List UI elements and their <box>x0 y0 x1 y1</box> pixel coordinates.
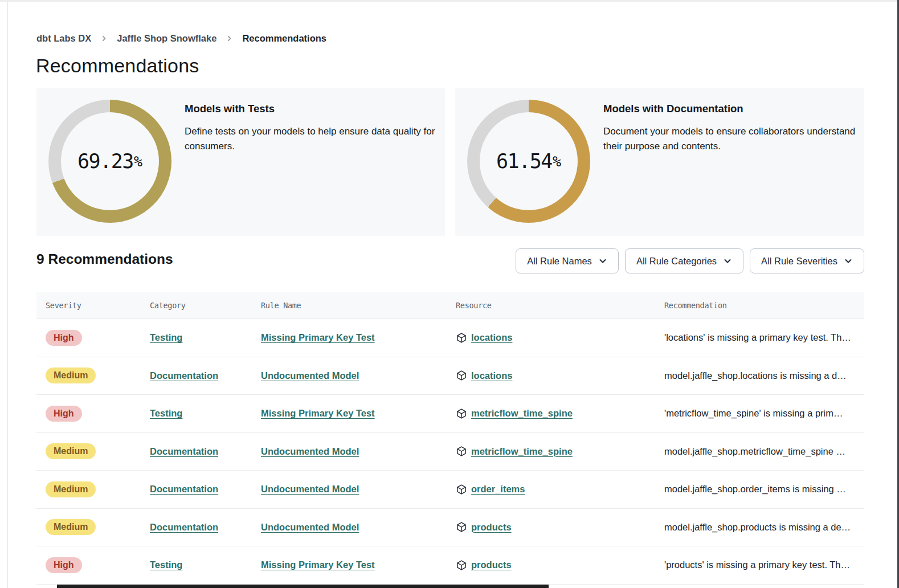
recommendations-page: dbt Labs DX Jaffle Shop Snowflake Recomm… <box>0 0 899 588</box>
model-cube-icon <box>456 370 467 381</box>
severity-badge: Medium <box>46 443 96 459</box>
table-row: High Testing Missing Primary Key Test lo… <box>36 319 864 357</box>
card-title: Models with Tests <box>185 103 275 115</box>
rule-name-link[interactable]: Undocumented Model <box>261 446 359 456</box>
recommendation-text: model.jaffle_shop.locations is missing a… <box>664 370 864 381</box>
resource-link[interactable]: order_items <box>471 484 525 495</box>
breadcrumb-item-project[interactable]: Jaffle Shop Snowflake <box>117 33 216 44</box>
column-header-category: Category <box>150 301 261 310</box>
category-link[interactable]: Documentation <box>150 446 218 456</box>
severity-badge: High <box>46 330 82 346</box>
category-link[interactable]: Documentation <box>150 484 218 494</box>
card-description: Document your models to ensure collabora… <box>603 124 861 154</box>
page-title: Recommendations <box>36 55 199 77</box>
rule-name-link[interactable]: Missing Primary Key Test <box>261 408 375 418</box>
tests-coverage-donut-chart: 69.23% <box>48 100 171 223</box>
table-row: Medium Documentation Undocumented Model … <box>36 433 864 471</box>
severity-badge: High <box>46 557 82 573</box>
rule-name-link[interactable]: Undocumented Model <box>261 484 359 494</box>
rule-categories-filter-dropdown[interactable]: All Rule Categories <box>625 248 743 273</box>
column-header-resource: Resource <box>456 301 664 310</box>
card-description: Define tests on your models to help ensu… <box>185 124 442 154</box>
table-row: Medium Documentation Undocumented Model … <box>36 509 864 547</box>
table-row: High Testing Missing Primary Key Test pr… <box>36 546 864 585</box>
table-row: Medium Documentation Undocumented Model … <box>36 471 864 509</box>
category-link[interactable]: Testing <box>150 408 182 418</box>
window-left-edge <box>7 2 8 588</box>
model-cube-icon <box>456 332 467 344</box>
recommendation-text: model.jaffle_shop.metricflow_time_spine … <box>664 446 864 457</box>
model-cube-icon <box>456 408 467 419</box>
rule-severities-filter-dropdown[interactable]: All Rule Severities <box>750 248 864 273</box>
chevron-down-icon <box>598 256 607 266</box>
recommendation-text: model.jaffle_shop.products is missing a … <box>664 522 864 533</box>
model-cube-icon <box>456 484 467 495</box>
category-link[interactable]: Documentation <box>150 370 218 381</box>
rule-name-link[interactable]: Missing Primary Key Test <box>261 560 375 570</box>
filter-bar: All Rule Names All Rule Categories All R… <box>516 248 864 273</box>
breadcrumb: dbt Labs DX Jaffle Shop Snowflake Recomm… <box>36 33 326 44</box>
rule-name-link[interactable]: Undocumented Model <box>261 522 359 532</box>
severity-badge: Medium <box>46 481 96 497</box>
resource-link[interactable]: metricflow_time_spine <box>471 446 573 457</box>
rule-name-link[interactable]: Undocumented Model <box>261 370 359 381</box>
rule-names-filter-dropdown[interactable]: All Rule Names <box>516 248 619 273</box>
card-title: Models with Documentation <box>603 103 743 115</box>
severity-badge: Medium <box>46 519 96 535</box>
recommendations-count-heading: 9 Recommendations <box>36 251 173 267</box>
recommendations-table: Severity Category Rule Name Resource Rec… <box>36 292 864 585</box>
severity-badge: Medium <box>46 368 96 383</box>
chevron-right-icon <box>226 35 233 42</box>
window-top-edge <box>0 0 899 2</box>
column-header-recommendation: Recommendation <box>664 301 864 310</box>
chevron-right-icon <box>100 35 108 42</box>
column-header-rule-name: Rule Name <box>261 301 456 310</box>
chevron-down-icon <box>844 256 853 266</box>
model-cube-icon <box>456 446 467 457</box>
resource-link[interactable]: locations <box>471 332 512 343</box>
partially-visible-bottom-element <box>57 585 549 588</box>
recommendation-text: 'metricflow_time_spine' is missing a pri… <box>664 408 864 419</box>
category-link[interactable]: Testing <box>150 332 182 342</box>
metric-card-models-with-tests: 69.23% Models with Tests Define tests on… <box>36 88 445 236</box>
resource-link[interactable]: metricflow_time_spine <box>471 408 573 419</box>
recommendation-text: 'products' is missing a primary key test… <box>664 560 864 570</box>
table-row: High Testing Missing Primary Key Test me… <box>36 395 864 433</box>
table-header-row: Severity Category Rule Name Resource Rec… <box>36 292 864 319</box>
breadcrumb-item-current: Recommendations <box>242 33 326 44</box>
metric-card-models-with-documentation: 61.54% Models with Documentation Documen… <box>455 88 864 236</box>
resource-link[interactable]: locations <box>471 370 512 381</box>
rule-name-link[interactable]: Missing Primary Key Test <box>261 332 375 342</box>
column-header-severity: Severity <box>46 301 150 310</box>
model-cube-icon <box>456 560 467 571</box>
recommendation-text: 'locations' is missing a primary key tes… <box>664 332 864 343</box>
resource-link[interactable]: products <box>471 560 512 570</box>
resource-link[interactable]: products <box>471 522 512 533</box>
category-link[interactable]: Testing <box>150 560 182 570</box>
model-cube-icon <box>456 521 467 533</box>
donut-percent-label: 61.54% <box>467 100 590 223</box>
donut-percent-label: 69.23% <box>48 100 171 223</box>
severity-badge: High <box>46 406 82 422</box>
recommendation-text: model.jaffle_shop.order_items is missing… <box>664 484 864 495</box>
breadcrumb-item-account[interactable]: dbt Labs DX <box>36 33 91 44</box>
table-row: Medium Documentation Undocumented Model … <box>36 357 864 395</box>
documentation-coverage-donut-chart: 61.54% <box>467 100 590 223</box>
category-link[interactable]: Documentation <box>150 522 218 532</box>
chevron-down-icon <box>723 256 732 266</box>
